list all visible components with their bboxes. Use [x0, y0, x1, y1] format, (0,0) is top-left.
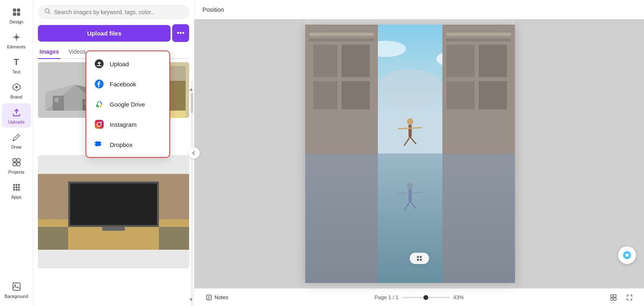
- elements-icon: [11, 31, 22, 43]
- more-options-button[interactable]: •••: [172, 24, 189, 42]
- svg-rect-63: [446, 33, 511, 36]
- svg-rect-60: [313, 81, 338, 109]
- scroll-thumb[interactable]: [191, 93, 193, 113]
- sidebar-item-apps[interactable]: Apps: [2, 178, 31, 203]
- design-icon: [11, 6, 22, 18]
- svg-point-48: [101, 122, 102, 123]
- zoom-track[interactable]: [402, 297, 450, 298]
- list-item[interactable]: [38, 155, 189, 268]
- svg-rect-0: [13, 8, 16, 12]
- dropdown-item-upload[interactable]: Upload: [86, 54, 169, 74]
- svg-rect-66: [479, 45, 507, 77]
- dropdown-item-dropbox[interactable]: Dropbox: [86, 134, 169, 155]
- scroll-up-button[interactable]: ▲: [189, 87, 194, 92]
- svg-rect-61: [342, 81, 370, 109]
- sidebar-label-text: Text: [12, 69, 20, 74]
- svg-rect-93: [611, 295, 613, 297]
- svg-point-17: [15, 189, 17, 191]
- fullscreen-button[interactable]: [623, 291, 636, 304]
- svg-rect-46: [95, 120, 104, 129]
- svg-point-5: [15, 86, 18, 88]
- canvas-image: [305, 25, 515, 283]
- svg-point-4: [15, 36, 18, 39]
- sidebar-item-draw[interactable]: Draw: [2, 128, 31, 153]
- magic-button[interactable]: [618, 246, 636, 264]
- svg-rect-7: [17, 159, 20, 162]
- text-icon: T: [11, 57, 22, 68]
- dropdown-item-instagram[interactable]: Instagram: [86, 114, 169, 134]
- svg-point-20: [14, 285, 16, 286]
- sidebar-item-design[interactable]: Design: [2, 3, 31, 27]
- background-icon: [11, 281, 22, 292]
- dropdown-label-instagram: Instagram: [110, 121, 137, 128]
- svg-point-12: [18, 184, 20, 186]
- svg-point-72: [407, 118, 413, 125]
- view-icons: [607, 291, 636, 304]
- pages-indicator[interactable]: [410, 253, 429, 264]
- svg-rect-65: [446, 45, 475, 77]
- pages-icon: [416, 255, 423, 262]
- tab-images[interactable]: Images: [38, 45, 60, 59]
- sidebar-item-brand[interactable]: Brand: [2, 78, 31, 103]
- svg-rect-56: [309, 33, 374, 36]
- sidebar-label-draw: Draw: [11, 145, 22, 149]
- scroll-down-button[interactable]: ▼: [189, 297, 194, 302]
- search-icon: [44, 8, 51, 16]
- bottom-bar: Notes Page 1 / 1 43%: [194, 288, 644, 306]
- projects-icon: [11, 157, 22, 168]
- sidebar-label-apps: Apps: [11, 195, 21, 199]
- canvas-page[interactable]: [305, 25, 515, 283]
- svg-point-16: [13, 189, 15, 191]
- zoom-thumb[interactable]: [423, 295, 428, 300]
- svg-rect-40: [70, 183, 157, 225]
- scroll-track: [191, 81, 193, 306]
- canvas-content[interactable]: [194, 19, 644, 288]
- canvas-left-gutter: [194, 19, 305, 288]
- search-bar[interactable]: [38, 5, 189, 19]
- bottom-bar-right: [607, 291, 636, 304]
- sidebar-item-uploads[interactable]: Uploads: [2, 103, 31, 128]
- svg-rect-27: [55, 98, 58, 102]
- sidebar-item-text[interactable]: T Text: [2, 53, 31, 78]
- svg-rect-95: [611, 298, 613, 300]
- position-label: Position: [202, 6, 224, 13]
- svg-rect-2: [13, 13, 16, 16]
- draw-icon: [11, 132, 22, 143]
- dropdown-item-google-drive[interactable]: Google Drive: [86, 94, 169, 114]
- hide-panel-button[interactable]: [188, 147, 200, 159]
- svg-rect-71: [442, 154, 515, 283]
- sidebar-label-design: Design: [9, 19, 23, 24]
- upload-row: Upload files •••: [38, 24, 189, 42]
- grid-view-button[interactable]: [607, 291, 620, 304]
- sidebar-label-brand: Brand: [10, 94, 22, 99]
- svg-point-18: [18, 189, 20, 191]
- svg-rect-59: [342, 45, 370, 77]
- svg-rect-3: [17, 13, 20, 16]
- dropdown-label-facebook: Facebook: [110, 81, 136, 88]
- sidebar-item-elements[interactable]: Elements: [2, 28, 31, 52]
- sidebar-item-background[interactable]: Background: [2, 278, 31, 302]
- dropdown-label-google-drive: Google Drive: [110, 101, 145, 108]
- svg-rect-8: [13, 163, 16, 166]
- canvas-area: Position: [194, 0, 644, 306]
- instagram-icon: [94, 119, 105, 130]
- notes-button[interactable]: Notes: [202, 293, 231, 302]
- sidebar-label-projects: Projects: [8, 170, 25, 174]
- tab-videos[interactable]: Videos: [67, 45, 88, 59]
- svg-rect-43: [159, 227, 189, 249]
- svg-point-15: [18, 187, 20, 189]
- svg-rect-58: [313, 45, 338, 77]
- sidebar-item-projects[interactable]: Projects: [2, 153, 31, 178]
- brand-icon: [11, 82, 22, 93]
- dropdown-item-facebook[interactable]: Facebook: [86, 74, 169, 94]
- svg-rect-57: [309, 39, 374, 41]
- search-input[interactable]: [54, 9, 183, 15]
- notes-icon: [206, 294, 212, 301]
- svg-rect-94: [614, 295, 616, 297]
- svg-rect-85: [420, 256, 422, 258]
- svg-rect-6: [13, 159, 16, 162]
- svg-point-54: [378, 69, 442, 109]
- upload-files-button[interactable]: Upload files: [38, 25, 171, 42]
- svg-rect-1: [17, 8, 20, 12]
- svg-rect-78: [408, 189, 412, 201]
